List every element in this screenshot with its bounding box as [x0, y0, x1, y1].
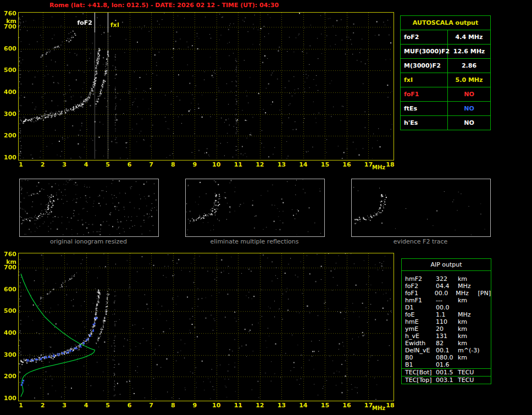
x-axis-label: 16 — [342, 161, 352, 168]
aip-row-unit: TECU — [458, 377, 481, 384]
x-axis-label: 11 — [233, 402, 243, 409]
aip-row-value: 001.5 — [436, 369, 458, 376]
aip-row-unit: km — [458, 354, 481, 361]
autoscala-row-label: fxI — [401, 73, 448, 87]
aip-row: Ewidth82km — [402, 340, 491, 347]
x-axis-label: 6 — [125, 161, 135, 168]
x-axis-label: 8 — [168, 402, 178, 409]
aip-row-unit: km — [458, 325, 481, 333]
aip-row-value: 003.1 — [436, 377, 458, 384]
autoscala-row-label: MUF(3000)F2 — [401, 45, 448, 58]
x-axis-label: 10 — [212, 161, 221, 168]
ionogram-bottom-canvas — [19, 253, 392, 400]
autoscala-row-label: foF2 — [401, 30, 448, 44]
y-axis-label: 300 — [2, 110, 16, 118]
autoscala-rows: foF24.4 MHzMUF(3000)F212.6 MHzM(3000)F22… — [401, 30, 490, 130]
aip-row: h_vE131km — [402, 333, 491, 340]
aip-row: TEC[Top]003.1TECU — [402, 376, 491, 384]
x-axis-label: 13 — [276, 161, 286, 168]
thumbnail-f2-canvas — [352, 179, 489, 235]
aip-row-extra: [PN] — [478, 290, 491, 297]
aip-row-unit: m^(-3) — [458, 347, 481, 354]
y-axis-label: 400 — [2, 88, 16, 96]
aip-row-unit: km — [458, 333, 481, 340]
ionogram-top-plot: foF2 fxI — [18, 12, 394, 161]
y-axis-label: 760 — [2, 251, 16, 258]
x-axis-label: 12 — [255, 402, 265, 409]
aip-row: D100.0 — [402, 304, 491, 311]
aip-row-label: foF2 — [402, 283, 436, 290]
aip-row-value: 00.0 — [435, 290, 456, 297]
aip-row-label: TEC[Top] — [402, 377, 436, 384]
x-axis-label: 7 — [146, 161, 156, 168]
aip-row-label: foE — [402, 311, 436, 318]
aip-row-extra — [481, 347, 491, 354]
y-axis-label: 400 — [2, 329, 16, 336]
thumbnail-caption-eliminate: eliminate multiple reflections — [185, 238, 324, 245]
ionogram-top-canvas — [19, 13, 392, 159]
aip-row-unit: km — [458, 340, 481, 347]
aip-row-extra — [481, 275, 491, 283]
aip-row-unit: MHz — [458, 311, 481, 318]
aip-row-value: 131 — [436, 333, 458, 340]
x-axis-label: 4 — [81, 161, 91, 168]
autoscala-row-label: ftEs — [401, 102, 448, 115]
ionogram-bottom-plot — [18, 253, 394, 401]
aip-row: ymE20km — [402, 325, 491, 333]
y-axis-unit: km — [2, 258, 16, 265]
aip-row-label: foF1 — [402, 290, 435, 297]
x-axis-label: 5 — [103, 402, 113, 409]
aip-row-unit — [458, 361, 481, 368]
thumbnail-f2-trace — [351, 179, 491, 237]
fxI-marker-line — [108, 13, 108, 159]
aip-row-extra — [481, 283, 491, 290]
aip-row-label: hmF2 — [402, 275, 436, 283]
aip-row-label: Ewidth — [402, 340, 436, 347]
aip-row: hmF1---km — [402, 297, 491, 304]
x-axis-label: 11 — [233, 161, 243, 168]
aip-row-unit: MHz — [456, 290, 478, 297]
autoscala-row-value: 12.6 MHz — [448, 45, 490, 58]
thumbnail-caption-original: original ionogram resized — [19, 238, 158, 245]
x-axis-label: 2 — [38, 161, 48, 168]
aip-row-extra — [481, 297, 491, 304]
thumbnail-eliminate-canvas — [186, 179, 323, 235]
aip-output-title: AIP output — [402, 259, 491, 271]
aip-row: foE1.1MHz — [402, 311, 491, 318]
y-axis-label: 100 — [2, 154, 16, 161]
aip-row-value: 01.6 — [436, 361, 458, 368]
aip-row-label: ymE — [402, 325, 436, 333]
x-axis-label: 15 — [320, 402, 330, 409]
aip-row-label: DelN_vE — [402, 347, 436, 354]
aip-row-extra — [481, 325, 491, 333]
aip-row: foF204.4MHz — [402, 283, 491, 290]
x-axis-label: 7 — [146, 402, 156, 409]
aip-row-value: 080.0 — [436, 354, 458, 361]
aip-row-value: 1.1 — [436, 311, 458, 318]
foF2-marker-label: foF2 — [69, 19, 92, 26]
x-axis-label: 9 — [190, 402, 199, 409]
aip-row-extra — [481, 354, 491, 361]
autoscala-row: ftEsNO — [401, 102, 490, 116]
aip-row-unit: TECU — [458, 369, 481, 376]
aip-row-extra — [481, 340, 491, 347]
x-axis-label: 14 — [298, 161, 308, 168]
x-axis-label: 16 — [342, 402, 352, 409]
x-axis-label: 4 — [81, 402, 91, 409]
y-axis-label: 600 — [2, 286, 16, 293]
x-axis-label: 8 — [168, 161, 178, 168]
aip-row-value: 00.0 — [436, 304, 458, 311]
y-axis-label: 500 — [2, 307, 16, 314]
aip-row: hmF2322km — [402, 275, 491, 283]
aip-row-value: 20 — [436, 325, 458, 333]
x-axis-unit: MHz — [372, 164, 385, 170]
thumbnail-eliminate-reflections — [185, 179, 325, 237]
aip-row-extra — [481, 304, 491, 311]
thumbnail-caption-f2trace: evidence F2 trace — [351, 238, 490, 245]
y-axis-label: 300 — [2, 351, 16, 358]
autoscala-screen: Rome (lat: +41.8, lon: 012.5) - DATE: 20… — [0, 0, 532, 415]
autoscala-output-panel: AUTOSCALA output foF24.4 MHzMUF(3000)F21… — [400, 15, 491, 130]
x-axis-label: 9 — [190, 161, 199, 168]
autoscala-row: fxI5.0 MHz — [401, 73, 490, 87]
autoscala-row: M(3000)F22.86 — [401, 59, 490, 73]
